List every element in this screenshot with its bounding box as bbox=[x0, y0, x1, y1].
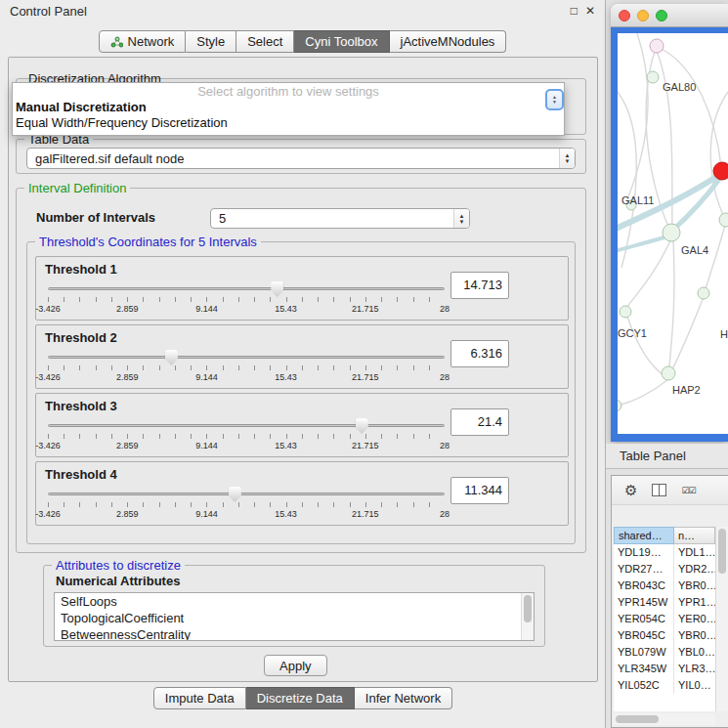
apply-button-label: Apply bbox=[279, 659, 312, 673]
threshold-4-value-field[interactable]: 11.344 bbox=[450, 477, 509, 504]
threshold-3-slider[interactable]: -3.426 2.859 9.144 15.43 21.715 28 bbox=[48, 417, 445, 454]
network-node[interactable] bbox=[647, 71, 659, 83]
scale-label: 2.859 bbox=[116, 304, 139, 314]
table-row[interactable]: YER054CYER0… bbox=[614, 611, 715, 627]
scale-label: 2.859 bbox=[116, 509, 139, 519]
number-of-intervals-value: 5 bbox=[211, 209, 453, 228]
list-item[interactable]: BetweennessCentrality bbox=[55, 626, 534, 641]
table-vertical-scrollbar[interactable] bbox=[715, 527, 728, 711]
threshold-2-value-field[interactable]: 6.316 bbox=[450, 340, 509, 367]
network-window-titlebar bbox=[611, 4, 728, 27]
scrollbar-thumb[interactable] bbox=[718, 529, 726, 574]
cell-shared-name: YIL052C bbox=[614, 677, 674, 694]
list-item[interactable]: TopologicalCoefficient bbox=[55, 610, 534, 626]
threshold-1-slider[interactable]: -3.426 2.859 9.144 15.43 21.715 28 bbox=[48, 280, 445, 318]
threshold-1-label: Threshold 1 bbox=[45, 262, 117, 277]
table-row[interactable]: YBL079WYBL0… bbox=[614, 644, 715, 661]
slider-thumb[interactable] bbox=[165, 350, 178, 365]
threshold-1-value-field[interactable]: 14.713 bbox=[450, 272, 509, 299]
tab-discretize-data[interactable]: Discretize Data bbox=[246, 687, 355, 709]
scale-label: 21.715 bbox=[352, 509, 379, 519]
tab-infer-network-label: Infer Network bbox=[365, 691, 441, 706]
close-traffic-light[interactable] bbox=[619, 10, 630, 21]
close-icon[interactable]: ✕ bbox=[585, 5, 595, 17]
application-root: Control Panel □ ✕ Network Style Select C… bbox=[0, 0, 728, 728]
table-row[interactable]: YDL19…YDL1… bbox=[614, 544, 715, 561]
control-panel-titlebar: Control Panel □ ✕ bbox=[0, 0, 605, 21]
scale-label: -3.426 bbox=[35, 509, 61, 519]
slider-ticks bbox=[48, 365, 445, 370]
window-controls: □ ✕ bbox=[571, 5, 595, 17]
table-row[interactable]: YPR145WYPR1… bbox=[614, 594, 715, 611]
combo-stepper-icon: ▲ ▼ bbox=[453, 209, 469, 228]
slider-thumb[interactable] bbox=[356, 418, 368, 434]
table-row[interactable]: YBR045CYBR0… bbox=[614, 627, 715, 644]
select-columns-icon[interactable]: ☑☑ bbox=[681, 486, 695, 495]
algorithm-dropdown-popup: Select algorithm to view settings Manual… bbox=[12, 82, 565, 136]
tab-impute-data[interactable]: Impute Data bbox=[153, 687, 246, 709]
zoom-traffic-light[interactable] bbox=[656, 10, 667, 21]
tab-cyni-toolbox-label: Cyni Toolbox bbox=[305, 34, 377, 49]
threshold-2-slider[interactable]: -3.426 2.859 9.144 15.43 21.715 28 bbox=[48, 349, 445, 386]
algorithm-option-placeholder[interactable]: Select algorithm to view settings bbox=[13, 83, 564, 100]
threshold-3-value-field[interactable]: 21.4 bbox=[450, 408, 509, 436]
network-node[interactable] bbox=[650, 39, 664, 53]
cell-name: YDR2… bbox=[674, 561, 715, 578]
cell-name: YPR1… bbox=[674, 594, 715, 611]
scrollbar-thumb[interactable] bbox=[524, 595, 532, 622]
tab-jactivemodules[interactable]: jActiveMNodules bbox=[390, 30, 507, 53]
thresholds-coordinates-group-title: Threshold's Coordinates for 5 Intervals bbox=[35, 235, 261, 249]
scale-label: 15.43 bbox=[275, 509, 297, 519]
threshold-4-label: Threshold 4 bbox=[45, 467, 117, 482]
network-node[interactable] bbox=[662, 366, 675, 380]
number-of-intervals-combo[interactable]: 5 ▲ ▼ bbox=[210, 208, 470, 229]
table-horizontal-scrollbar[interactable] bbox=[614, 713, 715, 725]
scale-label: 28 bbox=[440, 304, 450, 314]
cyni-bottom-tab-bar: Impute Data Discretize Data Infer Networ… bbox=[0, 687, 606, 709]
network-node-selected[interactable] bbox=[713, 162, 728, 180]
table-row[interactable]: YIL052CYIL0… bbox=[614, 677, 715, 694]
table-row[interactable]: YDR27…YDR2… bbox=[614, 561, 715, 578]
algorithm-option-manual-discretization[interactable]: Manual Discretization bbox=[13, 100, 564, 115]
tab-select[interactable]: Select bbox=[236, 30, 294, 53]
slider-ticks bbox=[48, 502, 445, 507]
float-window-icon[interactable]: □ bbox=[571, 5, 578, 17]
scrollbar-thumb[interactable] bbox=[616, 715, 659, 723]
combo-down-icon: ▼ bbox=[459, 219, 465, 225]
table-row[interactable]: YLR345WYLR3… bbox=[614, 661, 715, 677]
slider-thumb[interactable] bbox=[229, 487, 241, 502]
network-node[interactable] bbox=[618, 400, 621, 411]
scale-label: 9.144 bbox=[195, 441, 218, 450]
list-item[interactable]: SelfLoops bbox=[55, 593, 534, 610]
column-header-shared-name[interactable]: shared… bbox=[614, 527, 674, 544]
combo-stepper-icon: ▲ ▼ bbox=[559, 149, 575, 168]
scale-label: 15.43 bbox=[275, 304, 297, 314]
threshold-4-slider[interactable]: -3.426 2.859 9.144 15.43 21.715 28 bbox=[48, 486, 445, 523]
tab-network[interactable]: Network bbox=[99, 30, 187, 53]
tab-network-label: Network bbox=[128, 34, 175, 49]
slider-track bbox=[48, 356, 445, 359]
slider-ticks bbox=[48, 434, 445, 439]
algorithm-option-equal-width[interactable]: Equal Width/Frequency Discretization bbox=[13, 115, 564, 131]
algorithm-combo-stepper[interactable]: ▲ ▼ bbox=[545, 89, 564, 110]
columns-icon[interactable] bbox=[652, 484, 666, 496]
table-row[interactable]: YBR043CYBR0… bbox=[614, 578, 715, 594]
network-node[interactable] bbox=[620, 306, 631, 318]
network-node-label: HAP2 bbox=[672, 384, 701, 396]
network-node[interactable] bbox=[719, 213, 728, 227]
tab-infer-network[interactable]: Infer Network bbox=[355, 687, 452, 709]
slider-thumb[interactable] bbox=[271, 281, 283, 297]
gear-icon[interactable]: ⚙ bbox=[624, 482, 637, 499]
network-canvas[interactable]: GAL80 GAL11 GAL4 GCY1 HAP2 H bbox=[618, 33, 728, 434]
network-node-label-partial: H bbox=[720, 328, 728, 340]
minimize-traffic-light[interactable] bbox=[637, 10, 649, 21]
tab-style[interactable]: Style bbox=[186, 30, 236, 53]
table-data-combo[interactable]: galFiltered.sif default node ▲ ▼ bbox=[26, 148, 576, 169]
tab-cyni-toolbox[interactable]: Cyni Toolbox bbox=[294, 30, 389, 53]
attributes-list-scrollbar[interactable] bbox=[521, 593, 534, 640]
cell-name: YLR3… bbox=[674, 661, 715, 677]
network-node[interactable] bbox=[663, 224, 680, 241]
apply-button[interactable]: Apply bbox=[264, 655, 327, 676]
network-node[interactable] bbox=[698, 287, 709, 299]
column-header-name[interactable]: n… bbox=[674, 527, 715, 544]
